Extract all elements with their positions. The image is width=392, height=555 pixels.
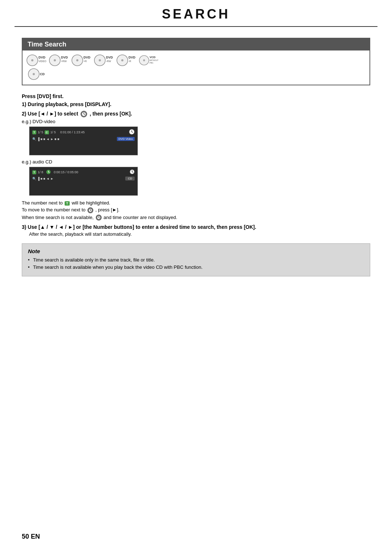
page-number: 50 EN — [22, 533, 40, 540]
move-note-text: To move to the number next to , press [►… — [22, 207, 370, 213]
page-title: SEARCH — [36, 7, 356, 22]
svg-point-1 — [31, 59, 33, 61]
content-area: Time Search DVD VIDEO — [0, 27, 392, 291]
screen-cd-t-badge: T — [32, 170, 36, 174]
step2-text: 2) Use [◄ / ►] to select , then press [O… — [22, 111, 370, 117]
svg-text:CD: CD — [40, 72, 45, 76]
note-box: Note Time search is available only in th… — [22, 243, 370, 276]
search-header: SEARCH — [15, 0, 377, 27]
svg-text:PBC: PBC — [150, 62, 154, 64]
press-dvd-label: Press [DVD] first. — [22, 93, 370, 99]
svg-point-21 — [143, 59, 145, 61]
step1-text: 1) During playback, press [DISPLAY]. — [22, 101, 370, 107]
instructions: Press [DVD] first. 1) During playback, p… — [22, 92, 370, 276]
highlight-note: The number next to T will be highlighted… — [22, 200, 370, 220]
s-icon-inline — [87, 207, 93, 213]
screen-dvd-track1: 1/ 5 — [38, 130, 43, 134]
screen-cd: T 1/ 8 0:00:15 / 0:05:00 — [29, 167, 138, 196]
note-bullet-2: Time search is not available when you pl… — [28, 264, 364, 270]
disc-dvd-plus-r: DVD +R — [71, 54, 92, 66]
svg-point-9 — [76, 59, 78, 61]
svg-text:-RW: -RW — [106, 60, 111, 62]
step2-label: 2) Use [◄ / ►] to select — [22, 111, 78, 117]
highlight-note-text: The number next to T will be highlighted… — [22, 200, 370, 206]
disc-dvd-video: DVD VIDEO — [26, 54, 47, 66]
svg-text:DVD: DVD — [83, 56, 91, 59]
time-search-box: Time Search DVD VIDEO — [22, 38, 370, 85]
screen-dvd-badge: DVD Video — [117, 137, 135, 141]
disc-vcd: VCD WITHOUT PBC — [139, 54, 160, 66]
screen-t-badge: T — [32, 130, 36, 134]
svg-text:DVD: DVD — [128, 56, 136, 59]
step3: 3) Use [▲ / ▼ / ◄ / ►] or [the Number bu… — [22, 224, 370, 237]
svg-text:WITHOUT: WITHOUT — [150, 59, 159, 61]
screen-dvd-time-display: 0:01:00 / 1:23:45 — [60, 130, 85, 134]
note-bullet-1: Time search is available only in the sam… — [28, 257, 364, 263]
screen-cd-track: 1/ 8 — [38, 170, 43, 174]
svg-text:+R: +R — [83, 60, 87, 62]
screen-cd-badge: CD — [125, 177, 135, 181]
screen-icons-row: 🔍 ▐ ■ ■ ◄ ► ■ ■ — [32, 137, 59, 141]
clock-icon — [81, 111, 87, 117]
eg-cd-label: e.g.) audio CD — [22, 159, 370, 165]
note-title: Note — [28, 248, 364, 254]
svg-point-17 — [121, 59, 123, 61]
disc-dvd-plus-rw: DVD +RW — [49, 54, 70, 66]
screen-cd-time-display: 0:00:15 / 0:05:00 — [54, 170, 78, 174]
svg-text:VIDEO: VIDEO — [38, 60, 46, 62]
screen-dvd: T 1/ 5 C 1/ 5 0:01:00 / 1:23:45 — [29, 126, 138, 155]
screen-dvd-track2: 1/ 5 — [50, 130, 56, 134]
svg-point-26 — [33, 73, 35, 75]
step3-sub: After the search, playback will start au… — [29, 231, 370, 237]
page-container: SEARCH Time Search DVD VIDEO — [0, 0, 392, 555]
screen-cd-icons-row: 🔍 ▐ ■ ■ ◄ ► — [32, 177, 54, 181]
unavailable-note-text: When time search is not available, and t… — [22, 215, 370, 221]
svg-point-13 — [99, 59, 101, 61]
disc-dvd-minus-r: DVD -R — [116, 54, 137, 66]
svg-text:VCD: VCD — [150, 56, 156, 59]
eg-dvd-label: e.g.) DVD-video — [22, 119, 370, 124]
disc-badges: DVD VIDEO DVD +RW — [23, 50, 369, 85]
disc-dvd-minus-rw: DVD -RW — [94, 54, 115, 66]
time-search-title: Time Search — [23, 39, 369, 50]
s-icon-inline2 — [96, 215, 102, 220]
step1: 1) During playback, press [DISPLAY]. — [22, 101, 370, 107]
disc-cd: CD — [26, 68, 47, 80]
svg-text:DVD: DVD — [61, 56, 68, 59]
svg-text:-R: -R — [128, 60, 131, 62]
step3-text: 3) Use [▲ / ▼ / ◄ / ►] or [the Number bu… — [22, 224, 370, 230]
svg-text:DVD: DVD — [106, 56, 113, 59]
step2: 2) Use [◄ / ►] to select , then press [O… — [22, 111, 370, 196]
t-icon-inline: T — [65, 201, 70, 206]
svg-point-5 — [54, 59, 56, 61]
svg-text:+RW: +RW — [61, 60, 67, 62]
svg-text:DVD: DVD — [38, 56, 46, 59]
step2-suffix: , then press [OK]. — [90, 111, 132, 117]
screen-c-badge: C — [45, 130, 49, 134]
